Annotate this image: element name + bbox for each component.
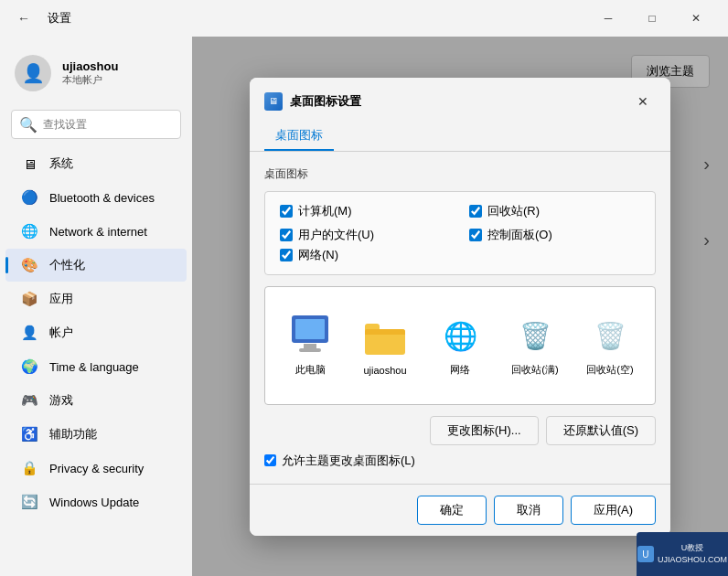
sidebar-item-update[interactable]: 🔄Windows Update [5,485,187,518]
sidebar-item-network[interactable]: 🌐Network & internet [5,215,187,248]
checkboxes-grid: 计算机(M)回收站(R)用户的文件(U)控制面板(O) [280,203,640,243]
watermark-logo: U [637,546,654,562]
user-info: ujiaoshou 本地帐户 [62,59,118,87]
sidebar-item-time[interactable]: 🌍Time & language [5,350,187,383]
nav-icon-system: 🖥 [20,155,38,173]
desktop-icon-dialog: 🖥 桌面图标设置 ✕ 桌面图标 桌面图标 [250,78,670,536]
icon-image-recycle_full: 🗑️ [513,314,557,357]
dialog-tabs: 桌面图标 [250,122,670,152]
checkbox-input-userfiles[interactable] [280,229,293,241]
search-box[interactable]: 🔍 [11,110,181,139]
settings-window: ← 设置 ─ □ ✕ 👤 ujiaoshou 本地帐户 🔍 [0,0,728,576]
avatar: 👤 [15,55,51,91]
maximize-button[interactable]: □ [631,4,673,33]
main-content: 浏览主题 › › 🖥 桌面图标设置 ✕ [192,37,728,576]
checkboxes-section: 计算机(M)回收站(R)用户的文件(U)控制面板(O) 网络(N) [264,191,656,275]
nav-list: 🖥系统🔵Bluetooth & devices🌐Network & intern… [0,146,192,519]
search-icon: 🔍 [19,116,37,133]
recycle-full-svg: 🗑️ [513,316,557,355]
checkbox-control[interactable]: 控制面板(O) [469,227,640,243]
nav-label-update: Windows Update [49,496,139,509]
desktop-icon-recycle_empty[interactable]: 🗑️ 回收站(空) [583,314,637,377]
checkbox-label-recycle: 回收站(R) [487,203,540,219]
nav-icon-network: 🌐 [20,222,38,240]
icon-label-ujiaoshou: ujiaoshou [363,365,406,376]
dialog-titlebar: 🖥 桌面图标设置 ✕ [250,78,670,122]
nav-label-privacy: Privacy & security [49,462,144,475]
icon-image-ujiaoshou [363,315,407,359]
desktop-icon-ujiaoshou[interactable]: ujiaoshou [359,315,412,376]
checkbox-input-recycle[interactable] [469,205,482,218]
close-button[interactable]: ✕ [675,4,717,33]
nav-label-accounts: 帐户 [49,325,73,341]
checkbox-label-userfiles: 用户的文件(U) [298,227,374,243]
desktop-icon-thispc[interactable]: 此电脑 [284,314,337,377]
nav-label-apps: 应用 [49,291,73,307]
nav-icon-games: 🎮 [20,391,38,410]
network-checkbox-row[interactable]: 网络(N) [280,247,640,263]
ok-button[interactable]: 确定 [417,496,487,525]
watermark-text: U教授 UJIAOSHOU.COM [658,542,727,565]
minimize-button[interactable]: ─ [587,4,629,33]
checkbox-input-computer[interactable] [280,205,293,218]
icon-label-thispc: 此电脑 [295,363,326,377]
icon-label-network: 网络 [450,363,470,377]
sidebar: 👤 ujiaoshou 本地帐户 🔍 🖥系统🔵Bluetooth & devic… [0,37,192,576]
checkbox-userfiles[interactable]: 用户的文件(U) [280,227,451,243]
checkbox-input-control[interactable] [469,229,482,241]
nav-label-system: 系统 [49,155,73,172]
nav-icon-accounts: 👤 [20,324,38,342]
user-section: 👤 ujiaoshou 本地帐户 [0,44,192,106]
sidebar-item-privacy[interactable]: 🔒Privacy & security [5,452,187,485]
nav-icon-apps: 📦 [20,290,38,308]
icon-image-recycle_empty: 🗑️ [588,314,632,357]
checkbox-label-network: 网络(N) [298,247,338,263]
restore-default-button[interactable]: 还原默认值(S) [546,416,656,445]
cancel-button[interactable]: 取消 [494,496,563,525]
search-input[interactable] [43,118,180,131]
icon-image-thispc [288,314,332,357]
sidebar-item-system[interactable]: 🖥系统 [5,147,187,180]
icon-action-buttons: 更改图标(H)... 还原默认值(S) [264,416,656,445]
nav-icon-bluetooth: 🔵 [20,188,38,207]
user-name: ujiaoshou [62,59,118,73]
nav-icon-time: 🌍 [20,357,38,376]
sidebar-item-accounts[interactable]: 👤帐户 [5,316,187,349]
desktop-icon-recycle_full[interactable]: 🗑️ 回收站(满) [509,314,562,377]
sidebar-item-apps[interactable]: 📦应用 [5,283,187,315]
allow-theme-checkbox[interactable] [264,454,276,466]
titlebar-controls: ─ □ ✕ [587,4,717,33]
sidebar-item-accessibility[interactable]: ♿辅助功能 [5,418,187,451]
icon-label-recycle_full: 回收站(满) [511,363,558,377]
sidebar-item-games[interactable]: 🎮游戏 [5,384,187,417]
checkbox-recycle[interactable]: 回收站(R) [469,203,640,219]
section-label: 桌面图标 [264,166,656,182]
nav-label-games: 游戏 [49,392,73,409]
back-button[interactable]: ← [11,5,37,31]
dialog-title-left: 🖥 桌面图标设置 [264,92,361,111]
checkbox-input-network[interactable] [280,249,293,261]
icon-label-recycle_empty: 回收站(空) [586,363,633,377]
sidebar-item-bluetooth[interactable]: 🔵Bluetooth & devices [5,181,187,214]
checkbox-computer[interactable]: 计算机(M) [280,203,451,219]
titlebar-left: ← 设置 [11,5,71,31]
settings-body: 👤 ujiaoshou 本地帐户 🔍 🖥系统🔵Bluetooth & devic… [0,37,728,576]
checkbox-label-computer: 计算机(M) [298,203,352,219]
apply-button[interactable]: 应用(A) [571,496,656,525]
change-icon-button[interactable]: 更改图标(H)... [430,416,539,445]
nav-label-personalization: 个性化 [49,257,85,273]
sidebar-item-personalization[interactable]: 🎨个性化 [5,249,187,282]
allow-theme-label[interactable]: 允许主题更改桌面图标(L) [282,453,415,469]
dialog-title-text: 桌面图标设置 [290,93,361,110]
nav-icon-personalization: 🎨 [20,256,38,274]
nav-icon-accessibility: ♿ [20,425,38,443]
nav-icon-update: 🔄 [20,493,38,511]
nav-label-accessibility: 辅助功能 [49,426,97,443]
dialog-tab-desktop-icons[interactable]: 桌面图标 [264,122,334,151]
allow-theme-row[interactable]: 允许主题更改桌面图标(L) [264,453,656,469]
monitor-svg [288,314,332,357]
desktop-icon-network[interactable]: 🌐 网络 [434,314,487,377]
icon-preview-box: 此电脑 ujiaoshou🌐 网络🗑️ 回收站(满)🗑️ 回收站(空) [264,286,656,405]
dialog-close-button[interactable]: ✕ [630,89,656,114]
nav-label-time: Time & language [49,360,139,374]
